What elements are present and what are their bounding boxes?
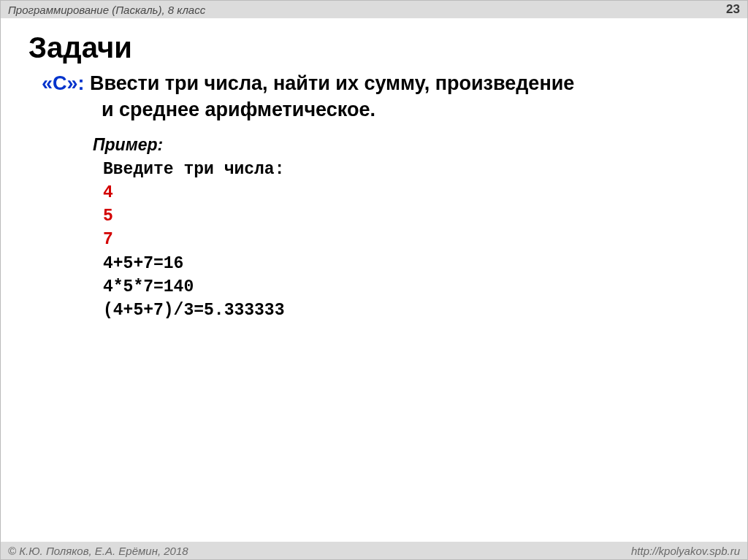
code-input-3: 7: [103, 230, 113, 249]
code-prod: 4*5*7=140: [103, 277, 194, 296]
copyright: © К.Ю. Поляков, Е.А. Ерёмин, 2018: [8, 545, 188, 557]
task-line2: и среднее арифметическое.: [42, 96, 375, 123]
code-input-2: 5: [103, 207, 113, 226]
example-code: Введите три числа: 4 5 7 4+5+7=16 4*5*7=…: [103, 158, 725, 322]
code-sum: 4+5+7=16: [103, 254, 183, 273]
task-text: «С»: Ввести три числа, найти их сумму, п…: [42, 70, 725, 123]
code-avg: (4+5+7)/3=5.333333: [103, 301, 284, 320]
footer-url: http://kpolyakov.spb.ru: [631, 545, 740, 557]
course-title: Программирование (Паскаль), 8 класс: [8, 4, 205, 16]
slide-title: Задачи: [28, 31, 747, 64]
slide: Программирование (Паскаль), 8 класс 23 З…: [0, 0, 748, 560]
header-bar: Программирование (Паскаль), 8 класс 23: [1, 1, 747, 18]
task-label: «С»:: [42, 72, 85, 94]
task-line1: Ввести три числа, найти их сумму, произв…: [85, 72, 575, 94]
content-area: «С»: Ввести три числа, найти их сумму, п…: [42, 70, 725, 322]
code-prompt: Введите три числа:: [103, 160, 284, 179]
page-number: 23: [726, 2, 740, 17]
example-label: Пример:: [93, 135, 725, 155]
code-input-1: 4: [103, 183, 113, 202]
footer-bar: © К.Ю. Поляков, Е.А. Ерёмин, 2018 http:/…: [1, 542, 747, 559]
